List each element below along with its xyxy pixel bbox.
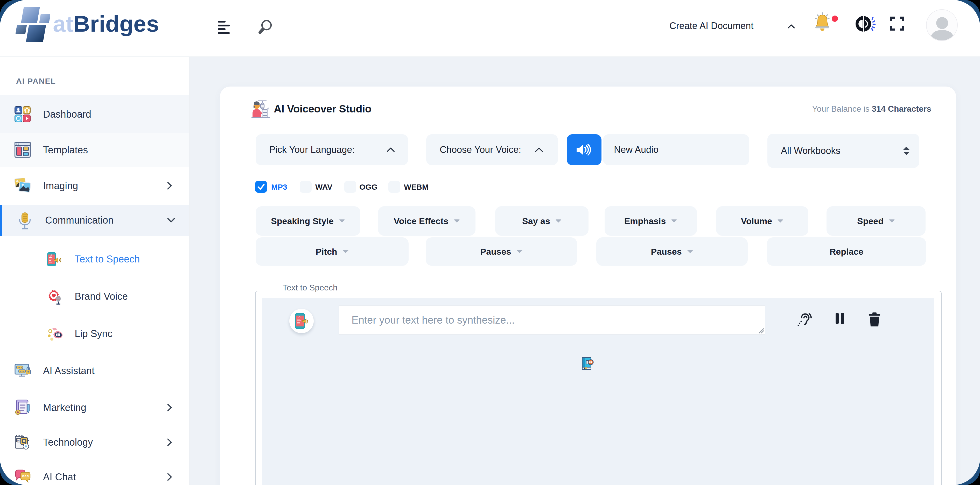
- svg-text:{--}: {--}: [17, 439, 20, 442]
- svg-text:o: o: [22, 475, 24, 477]
- svg-text:A: A: [298, 315, 301, 319]
- svg-text:o: o: [25, 475, 26, 477]
- svg-text:A: A: [50, 254, 52, 257]
- svg-text:o: o: [27, 475, 28, 477]
